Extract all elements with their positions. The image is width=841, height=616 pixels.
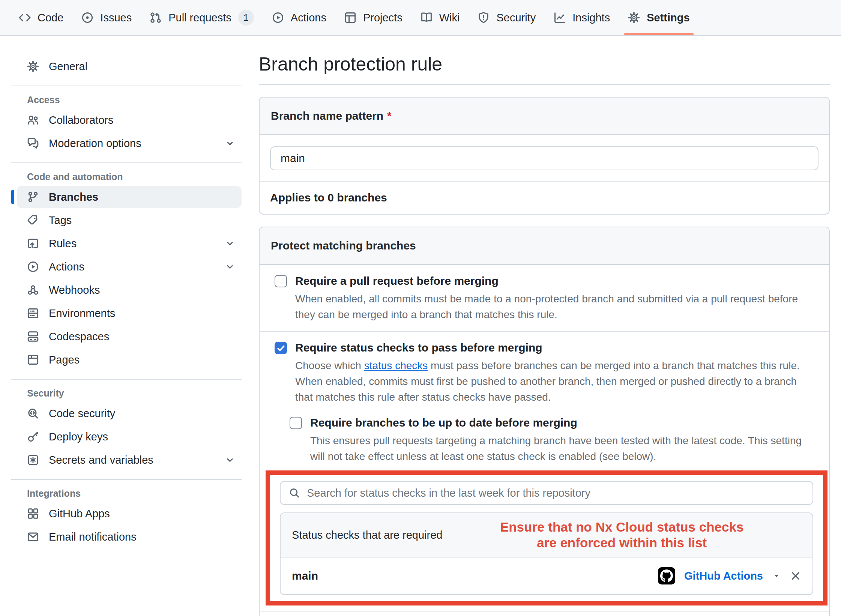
people-icon — [27, 114, 39, 126]
sidebar-item-moderation-options[interactable]: Moderation options — [17, 132, 242, 154]
settings-sidebar: General Access Collaborators Moderation … — [0, 36, 248, 549]
required-asterisk: * — [387, 110, 392, 122]
page-title: Branch protection rule — [259, 53, 830, 85]
tab-settings[interactable]: Settings — [619, 0, 698, 35]
github-settings-page: Code Issues Pull requests 1 Actions Proj… — [0, 0, 841, 616]
browser-icon — [27, 354, 39, 366]
mail-icon — [27, 531, 39, 543]
key-icon — [27, 431, 39, 443]
play-icon — [272, 12, 284, 24]
status-checks-search — [280, 481, 813, 505]
require-status-checks-checkbox[interactable] — [275, 342, 287, 354]
code-scan-icon — [27, 407, 39, 419]
status-check-row: main GitHub Actions — [281, 557, 812, 594]
play-icon — [27, 261, 39, 273]
divider — [260, 611, 829, 611]
code-icon — [19, 12, 31, 24]
applies-to-branches-text: Applies to 0 branches — [260, 181, 829, 214]
require-pull-request-description: When enabled, all commits must be made t… — [295, 291, 814, 323]
codespaces-icon — [27, 331, 39, 343]
sidebar-item-secrets-and-variables[interactable]: Secrets and variables — [17, 449, 242, 471]
github-actions-avatar — [658, 567, 675, 584]
annotation-note-line2: are enforced within this list — [442, 535, 801, 551]
graph-icon — [554, 12, 566, 24]
required-status-checks-header: Status checks that are required Ensure t… — [281, 513, 812, 557]
require-up-to-date-description: This ensures pull requests targeting a m… — [310, 433, 814, 464]
webhook-icon — [27, 284, 39, 296]
require-pull-request-checkbox[interactable] — [275, 275, 287, 287]
apps-icon — [27, 508, 39, 520]
github-mark-icon — [660, 569, 673, 582]
sidebar-item-code-security[interactable]: Code security — [17, 403, 242, 424]
pull-requests-count-badge: 1 — [238, 10, 254, 26]
require-status-checks-label[interactable]: Require status checks to pass before mer… — [295, 341, 542, 355]
sidebar-item-email-notifications[interactable]: Email notifications — [17, 526, 242, 548]
server-icon — [27, 307, 39, 319]
main-content: Branch protection rule Branch name patte… — [248, 36, 841, 616]
check-icon — [276, 343, 286, 353]
sidebar-item-branches[interactable]: Branches — [17, 186, 242, 208]
book-icon — [420, 12, 433, 24]
branch-name-pattern-input[interactable] — [270, 146, 818, 170]
divider — [11, 379, 242, 380]
require-up-to-date-label[interactable]: Require branches to be up to date before… — [310, 416, 577, 430]
sidebar-item-collaborators[interactable]: Collaborators — [17, 109, 242, 131]
sidebar-section-integrations: Integrations — [27, 488, 248, 499]
tag-icon — [27, 214, 39, 226]
tab-wiki[interactable]: Wiki — [411, 0, 469, 35]
key-asterisk-icon — [27, 454, 39, 466]
sidebar-item-general[interactable]: General — [17, 56, 242, 77]
sidebar-item-rules[interactable]: Rules — [17, 233, 242, 254]
require-up-to-date-checkbox[interactable] — [290, 417, 302, 429]
tab-pull-requests[interactable]: Pull requests 1 — [141, 0, 263, 35]
sidebar-item-deploy-keys[interactable]: Deploy keys — [17, 426, 242, 448]
require-status-checks-description: Choose which status checks must pass bef… — [295, 358, 814, 405]
sidebar-item-pages[interactable]: Pages — [17, 349, 242, 371]
shield-icon — [478, 12, 490, 24]
github-actions-link[interactable]: GitHub Actions — [684, 570, 763, 582]
tab-security[interactable]: Security — [469, 0, 545, 35]
pull-request-icon — [150, 12, 162, 24]
required-status-checks-box: Status checks that are required Ensure t… — [280, 512, 813, 595]
branch-name-pattern-header: Branch name pattern* — [260, 98, 829, 135]
caret-down-icon[interactable] — [772, 571, 781, 580]
require-pull-request-label[interactable]: Require a pull request before merging — [295, 274, 499, 288]
chevron-down-icon — [225, 455, 235, 465]
gear-icon — [628, 12, 640, 24]
branch-name-pattern-card: Branch name pattern* Applies to 0 branch… — [259, 97, 830, 215]
tab-code[interactable]: Code — [10, 0, 72, 35]
status-checks-search-input[interactable] — [307, 487, 804, 499]
pull-request-option-section: Require a pull request before merging Wh… — [260, 265, 829, 331]
sidebar-item-environments[interactable]: Environments — [17, 302, 242, 324]
divider — [11, 479, 242, 480]
active-tab-indicator — [624, 33, 693, 35]
divider — [11, 86, 242, 86]
tab-actions[interactable]: Actions — [263, 0, 335, 35]
tab-issues[interactable]: Issues — [72, 0, 141, 35]
protect-matching-branches-card: Protect matching branches Require a pull… — [259, 227, 830, 616]
sidebar-item-codespaces[interactable]: Codespaces — [17, 326, 242, 347]
status-checks-link[interactable]: status checks — [364, 360, 428, 371]
sidebar-item-actions[interactable]: Actions — [17, 256, 242, 278]
sidebar-item-webhooks[interactable]: Webhooks — [17, 279, 242, 301]
up-to-date-option: Require branches to be up to date before… — [290, 416, 814, 464]
tab-projects[interactable]: Projects — [335, 0, 411, 35]
status-checks-option-section: Require status checks to pass before mer… — [260, 331, 829, 616]
annotation-note-line1: Ensure that no Nx Cloud status checks — [442, 519, 801, 535]
protect-matching-branches-header: Protect matching branches — [260, 227, 829, 265]
table-icon — [344, 12, 356, 24]
rules-icon — [27, 237, 39, 249]
search-icon — [289, 487, 300, 499]
repo-tab-bar: Code Issues Pull requests 1 Actions Proj… — [0, 0, 841, 36]
remove-status-check-icon[interactable] — [790, 570, 801, 581]
sidebar-section-access: Access — [27, 95, 248, 105]
chevron-down-icon — [225, 138, 235, 148]
sidebar-item-github-apps[interactable]: GitHub Apps — [17, 503, 242, 524]
git-branch-icon — [27, 191, 39, 203]
issue-opened-icon — [81, 12, 93, 24]
sidebar-item-tags[interactable]: Tags — [17, 209, 242, 231]
sidebar-section-code-and-automation: Code and automation — [27, 171, 248, 182]
sidebar-section-security: Security — [27, 388, 248, 399]
annotation-note: Ensure that no Nx Cloud status checks ar… — [442, 519, 801, 551]
tab-insights[interactable]: Insights — [545, 0, 619, 35]
